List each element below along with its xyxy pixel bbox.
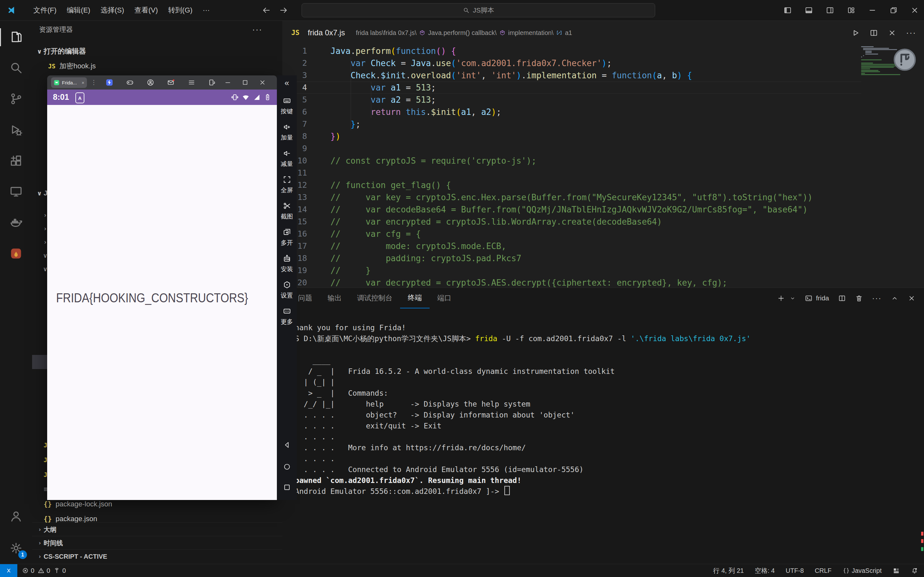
toolbar-fullscreen[interactable]: 全屏 [277,175,297,195]
status-item[interactable]: UTF-8 [786,567,804,574]
toggle-secondary-sidebar-icon[interactable] [825,5,835,15]
window-minimize-icon[interactable] [868,5,877,15]
status-item-layoutstat[interactable] [893,567,900,574]
menu-item[interactable]: ··· [198,4,215,16]
toolbar-keyboard[interactable]: 按键 [277,96,297,116]
menu-item[interactable]: 文件(F) [28,3,61,17]
panel-more-actions-icon[interactable]: ··· [872,293,882,303]
new-terminal-icon[interactable] [777,294,785,302]
title-bar: 文件(F)编辑(E)选择(S)查看(V)转到(G)··· JS脚本 [0,0,924,21]
menu-item[interactable]: 查看(V) [129,3,163,17]
nav-forward-icon[interactable] [279,6,288,15]
open-editors-section[interactable]: ∨ 打开的编辑器 [32,44,282,58]
toolbar-volup[interactable]: 加量 [277,122,297,142]
panel-tab[interactable]: 端口 [430,288,459,308]
status-item-bell[interactable] [911,567,918,574]
rotate-screen-icon[interactable] [208,79,216,86]
breadcrumb-item[interactable]: Java.perform() callback\ [428,29,496,37]
android-home-button[interactable] [277,463,297,471]
panel-tab[interactable]: 输出 [320,288,349,308]
sidebar-section-3[interactable]: ›CS-SCRIPT - ACTIVE [32,550,282,563]
status-item[interactable]: 行 4, 列 21 [713,566,744,575]
emulator-tab[interactable]: Frida... × [51,77,87,88]
status-tower[interactable]: 0 [53,567,66,574]
window-close-icon[interactable] [910,5,919,15]
android-recents-button[interactable] [277,483,297,492]
emulator-maximize-icon[interactable] [241,79,249,86]
docker-icon[interactable] [5,211,27,234]
breadcrumb[interactable]: frida labs\frida 0x7.js\Java.perform() c… [356,29,572,37]
chevron-right-icon: › [36,553,43,560]
status-errico[interactable]: 0 [22,567,34,574]
menu-item[interactable]: 选择(S) [95,3,129,17]
sidebar-section-2[interactable]: ›时间线 [32,536,282,550]
menu-item[interactable]: 编辑(E) [61,3,95,17]
run-button[interactable] [851,29,860,37]
nav-back-icon[interactable] [262,6,271,15]
open-editor-item[interactable]: JS 加密hook.js [32,59,282,73]
panel-tab[interactable]: 终端 [400,288,430,308]
panel-tab[interactable]: 调试控制台 [349,288,400,308]
status-warnico[interactable]: 0 [37,567,50,574]
terminal-session[interactable]: frida [805,294,829,302]
account-icon[interactable] [146,79,155,86]
maximize-panel-icon[interactable] [891,294,899,302]
remote-indicator[interactable] [0,564,17,577]
breadcrumb-item[interactable]: frida labs\frida 0x7.js\ [356,29,417,37]
breadcrumb-item[interactable]: a1 [565,29,572,37]
toolbar-install[interactable]: 安装 [277,254,297,273]
editor-more-actions-icon[interactable]: ··· [906,28,916,38]
android-emulator-window[interactable]: Frida... × ⋮ 8:01 A [47,76,277,500]
menu-item[interactable]: 转到(G) [163,3,198,17]
boost-icon[interactable] [106,79,113,86]
window-restore-icon[interactable] [889,5,898,15]
android-app-screen[interactable]: FRIDA{HOOKING_CONSTRUCTORS} [47,105,277,500]
terminal-output[interactable]: Thank you for using Frida!PS D:\新桌面\MC小杨… [290,322,751,497]
close-editor-icon[interactable] [888,29,897,37]
red-extension-icon[interactable] [5,242,27,265]
sidebar-more-icon[interactable]: ··· [252,25,262,35]
menu-icon[interactable] [188,79,195,86]
drag-grip-icon[interactable]: ⋮ [91,79,96,86]
collapse-toolbar-icon[interactable]: « [277,78,297,88]
command-center-search[interactable]: JS脚本 [302,3,655,17]
toolbar-moredots[interactable]: 更多 [277,307,297,326]
emulator-tab-close-icon[interactable]: × [82,80,84,85]
kill-terminal-icon[interactable] [855,294,863,302]
breadcrumb-item[interactable]: implementation\ [508,29,554,37]
toolbar-voldown[interactable]: 减量 [277,149,297,168]
search-icon[interactable] [5,56,27,79]
emulator-minimize-icon[interactable] [224,79,231,86]
emulator-close-icon[interactable] [259,79,266,86]
remote-explorer-icon[interactable] [5,180,27,203]
status-item-braces[interactable]: JavaScript [842,567,882,574]
android-back-button[interactable] [277,441,297,449]
split-editor-icon[interactable] [869,29,878,37]
accounts-icon[interactable] [5,505,27,528]
android-app-icon [53,80,60,86]
toolbar-multi[interactable]: 多开 [277,228,297,247]
gamepad-icon[interactable] [126,79,134,86]
terminal-dropdown-icon[interactable] [790,295,796,301]
source-control-icon[interactable] [5,87,27,110]
status-item[interactable]: 空格: 4 [755,566,774,575]
split-terminal-icon[interactable] [838,294,846,302]
status-item[interactable]: CRLF [815,567,831,574]
close-panel-icon[interactable] [908,294,916,302]
toggle-panel-icon[interactable] [804,5,814,15]
customize-layout-icon[interactable] [846,5,856,15]
toolbar-hexagon[interactable]: 设置 [277,280,297,300]
minimap-line [861,60,882,60]
minimap[interactable] [861,46,921,284]
explorer-icon[interactable] [5,26,27,49]
mail-icon[interactable] [167,79,175,86]
code-editor[interactable]: 1Java.perform(function() {2 var Check = … [282,45,924,287]
frida-logo-badge[interactable] [893,47,917,72]
run-debug-icon[interactable] [5,119,27,142]
extensions-icon[interactable] [5,149,27,172]
toolbar-scissors[interactable]: 截图 [277,201,297,221]
toggle-sidebar-icon[interactable] [783,5,792,15]
editor-tab[interactable]: JS frida 0x7.js [291,28,345,37]
sidebar-section-1[interactable]: ›大纲 [32,522,282,536]
settings-icon[interactable]: 1 [5,537,27,560]
